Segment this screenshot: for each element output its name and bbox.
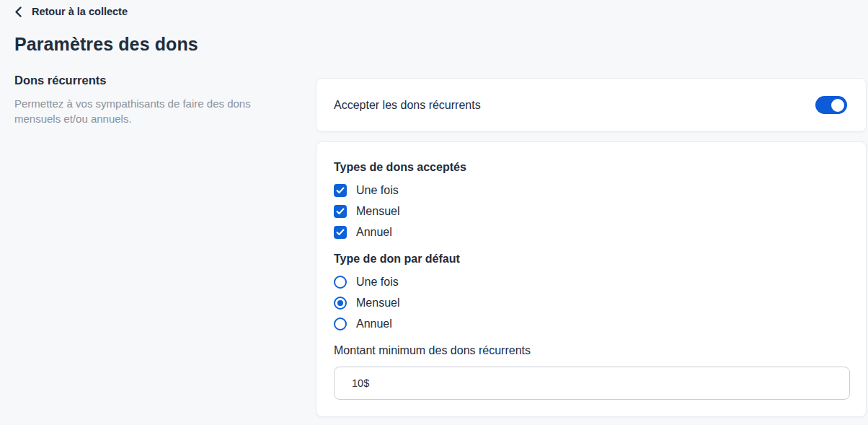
- check-icon: [336, 208, 345, 215]
- check-icon: [336, 229, 345, 236]
- types-heading: Types de dons acceptés: [334, 160, 849, 174]
- checkbox-label: Annuel: [356, 226, 392, 239]
- checkbox-row-une-fois[interactable]: Une fois: [334, 180, 399, 201]
- radio-row-une-fois[interactable]: Une fois: [334, 271, 399, 292]
- checkbox-label: Une fois: [356, 184, 399, 197]
- default-type-group: Une fois Mensuel Annuel: [334, 271, 849, 334]
- min-amount-input[interactable]: [334, 367, 850, 400]
- radio-label: Mensuel: [356, 297, 399, 310]
- back-link-label: Retour à la collecte: [32, 6, 128, 17]
- section-intro-title: Dons récurrents: [14, 74, 268, 87]
- radio-icon: [334, 317, 347, 330]
- section-intro: Dons récurrents Permettez à vos sympathi…: [14, 74, 268, 126]
- checkbox-row-annuel[interactable]: Annuel: [334, 222, 392, 242]
- recurring-toggle-card: Accepter les dons récurrents: [316, 78, 867, 132]
- radio-label: Annuel: [356, 317, 392, 330]
- radio-row-mensuel[interactable]: Mensuel: [334, 292, 399, 313]
- checkbox-icon: [334, 184, 347, 197]
- min-amount-label: Montant minimum des dons récurrents: [334, 343, 849, 357]
- toggle-knob: [831, 99, 844, 112]
- checkbox-row-mensuel[interactable]: Mensuel: [334, 201, 399, 222]
- radio-label: Une fois: [356, 276, 399, 289]
- checkbox-icon: [334, 205, 347, 218]
- recurring-toggle-label: Accepter les dons récurrents: [334, 99, 481, 112]
- section-intro-description: Permettez à vos sympathisants de faire d…: [14, 96, 268, 126]
- chevron-left-icon: [15, 6, 22, 17]
- donation-settings-card: Types de dons acceptés Une fois Mensuel: [316, 141, 867, 417]
- checkbox-icon: [334, 226, 347, 239]
- check-icon: [336, 187, 345, 194]
- recurring-donations-toggle[interactable]: [815, 96, 847, 114]
- accepted-types-group: Une fois Mensuel Annuel: [334, 180, 849, 242]
- radio-icon: [334, 276, 347, 289]
- radio-icon: [334, 297, 347, 310]
- default-type-heading: Type de don par défaut: [334, 252, 849, 266]
- radio-row-annuel[interactable]: Annuel: [334, 313, 392, 334]
- back-to-collection-link[interactable]: Retour à la collecte: [15, 6, 128, 17]
- page-title: Paramètres des dons: [14, 34, 198, 55]
- checkbox-label: Mensuel: [356, 205, 399, 218]
